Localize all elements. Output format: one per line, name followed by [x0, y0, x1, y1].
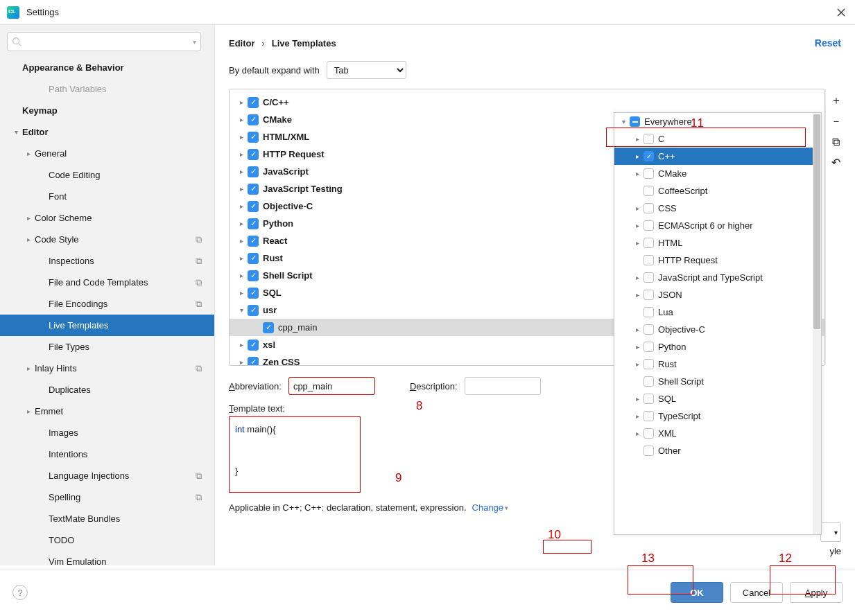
copy-template-icon[interactable]: ⧉: [832, 137, 840, 148]
sidebar-item-keymap[interactable]: Keymap: [0, 100, 214, 121]
checkbox-icon[interactable]: [248, 288, 259, 299]
expand-with-select[interactable]: Tab: [327, 61, 406, 79]
context-item-c-[interactable]: ▸C++: [614, 148, 821, 165]
sidebar-item-emmet[interactable]: ▸Emmet: [0, 401, 214, 422]
checkbox-icon[interactable]: [644, 359, 654, 369]
scrollbar-thumb[interactable]: [813, 114, 820, 329]
template-group-c-c-[interactable]: ▸C/C++: [230, 94, 824, 111]
context-item-lua[interactable]: Lua: [614, 303, 821, 321]
context-item-http-request[interactable]: HTTP Request: [614, 252, 821, 269]
sidebar-item-file-and-code-templates[interactable]: File and Code Templates⧉: [0, 272, 214, 293]
checkbox-icon[interactable]: [248, 114, 259, 125]
checkbox-icon[interactable]: [644, 307, 654, 317]
sidebar-item-images[interactable]: Images: [0, 422, 214, 443]
checkbox-icon[interactable]: [644, 376, 654, 387]
sidebar-item-editor[interactable]: ▾Editor: [0, 121, 214, 143]
sidebar-item-intentions[interactable]: Intentions: [0, 443, 214, 465]
apply-button[interactable]: Apply: [790, 582, 843, 603]
checkbox-icon[interactable]: [644, 394, 654, 404]
context-item-javascript-and-typescript[interactable]: ▸JavaScript and TypeScript: [614, 269, 821, 286]
context-item-other[interactable]: Other: [614, 442, 821, 459]
checkbox-icon[interactable]: [644, 134, 654, 144]
checkbox-icon[interactable]: [248, 218, 259, 229]
checkbox-icon[interactable]: [248, 149, 259, 160]
context-item-objective-c[interactable]: ▸Objective-C: [614, 321, 821, 338]
sidebar-item-spelling[interactable]: Spelling⧉: [0, 486, 214, 508]
context-item-c[interactable]: ▸C: [614, 130, 821, 148]
checkbox-icon[interactable]: [248, 184, 259, 195]
cancel-button[interactable]: Cancel: [730, 582, 783, 603]
reset-link[interactable]: Reset: [815, 37, 841, 49]
checkbox-icon[interactable]: [644, 411, 654, 421]
style-combo-partial[interactable]: ▾: [820, 522, 841, 542]
help-button[interactable]: ?: [12, 585, 28, 600]
checkbox-icon[interactable]: [248, 132, 259, 143]
checkbox-icon[interactable]: [644, 238, 654, 248]
settings-tree[interactable]: Appearance & BehaviorPath VariablesKeyma…: [0, 57, 214, 565]
context-item-ecmascript-6-or-higher[interactable]: ▸ECMAScript 6 or higher: [614, 217, 821, 234]
checkbox-icon[interactable]: [248, 340, 259, 351]
sidebar-item-path-variables[interactable]: Path Variables: [0, 78, 214, 100]
checkbox-icon[interactable]: [248, 305, 259, 316]
checkbox-icon[interactable]: [644, 151, 654, 161]
checkbox-icon[interactable]: [644, 186, 654, 196]
sidebar-item-appearance-behavior[interactable]: Appearance & Behavior: [0, 57, 214, 78]
checkbox-icon[interactable]: [248, 201, 259, 212]
undo-icon[interactable]: ↶: [831, 157, 840, 168]
settings-search-input[interactable]: [24, 37, 193, 47]
checkbox-icon[interactable]: [644, 220, 654, 231]
checkbox-icon[interactable]: [644, 255, 654, 265]
sidebar-item-language-injections[interactable]: Language Injections⧉: [0, 465, 214, 486]
context-item-cmake[interactable]: ▸CMake: [614, 165, 821, 182]
context-item-rust[interactable]: ▸Rust: [614, 355, 821, 373]
ok-button[interactable]: OK: [671, 582, 723, 603]
add-template-icon[interactable]: ＋: [831, 95, 842, 106]
close-button[interactable]: [834, 6, 848, 19]
checkbox-icon[interactable]: [248, 236, 259, 247]
checkbox-icon[interactable]: [644, 272, 654, 283]
context-item-json[interactable]: ▸JSON: [614, 286, 821, 303]
checkbox-icon[interactable]: [644, 428, 654, 439]
sidebar-item-todo[interactable]: TODO: [0, 529, 214, 551]
template-text-editor[interactable]: int main(){ }: [229, 416, 361, 493]
checkbox-partial-icon[interactable]: [630, 116, 640, 127]
change-context-link[interactable]: Change: [472, 502, 509, 513]
remove-template-icon[interactable]: －: [831, 116, 842, 127]
checkbox-icon[interactable]: [263, 322, 274, 333]
context-scrollbar[interactable]: [813, 113, 821, 534]
sidebar-item-inspections[interactable]: Inspections⧉: [0, 250, 214, 272]
sidebar-item-file-encodings[interactable]: File Encodings⧉: [0, 293, 214, 315]
sidebar-item-general[interactable]: ▸General: [0, 143, 214, 164]
sidebar-item-inlay-hints[interactable]: ▸Inlay Hints⧉: [0, 358, 214, 379]
context-item-typescript[interactable]: ▸TypeScript: [614, 407, 821, 425]
context-item-html[interactable]: ▸HTML: [614, 234, 821, 252]
sidebar-item-file-types[interactable]: File Types: [0, 336, 214, 358]
sidebar-item-color-scheme[interactable]: ▸Color Scheme: [0, 207, 214, 229]
settings-search[interactable]: ▾: [7, 32, 201, 51]
checkbox-icon[interactable]: [248, 253, 259, 264]
checkbox-icon[interactable]: [248, 357, 259, 366]
context-item-python[interactable]: ▸Python: [614, 338, 821, 355]
sidebar-item-textmate-bundles[interactable]: TextMate Bundles: [0, 508, 214, 529]
description-input[interactable]: [465, 377, 541, 395]
context-root[interactable]: ▾ Everywhere: [614, 113, 821, 130]
abbreviation-input[interactable]: [288, 377, 375, 395]
sidebar-item-live-templates[interactable]: Live Templates: [0, 315, 214, 336]
sidebar-item-code-style[interactable]: ▸Code Style⧉: [0, 229, 214, 250]
context-item-xml[interactable]: ▸XML: [614, 425, 821, 442]
checkbox-icon[interactable]: [644, 342, 654, 352]
checkbox-icon[interactable]: [644, 168, 654, 179]
checkbox-icon[interactable]: [248, 270, 259, 281]
checkbox-icon[interactable]: [644, 324, 654, 335]
checkbox-icon[interactable]: [644, 290, 654, 300]
checkbox-icon[interactable]: [644, 446, 654, 456]
sidebar-item-font[interactable]: Font: [0, 186, 214, 207]
checkbox-icon[interactable]: [644, 203, 654, 213]
context-item-css[interactable]: ▸CSS: [614, 200, 821, 217]
checkbox-icon[interactable]: [248, 97, 259, 108]
sidebar-item-code-editing[interactable]: Code Editing: [0, 164, 214, 186]
sidebar-item-vim-emulation[interactable]: Vim Emulation: [0, 551, 214, 565]
context-item-shell-script[interactable]: Shell Script: [614, 373, 821, 390]
context-item-coffeescript[interactable]: CoffeeScript: [614, 182, 821, 200]
sidebar-item-duplicates[interactable]: Duplicates: [0, 379, 214, 401]
